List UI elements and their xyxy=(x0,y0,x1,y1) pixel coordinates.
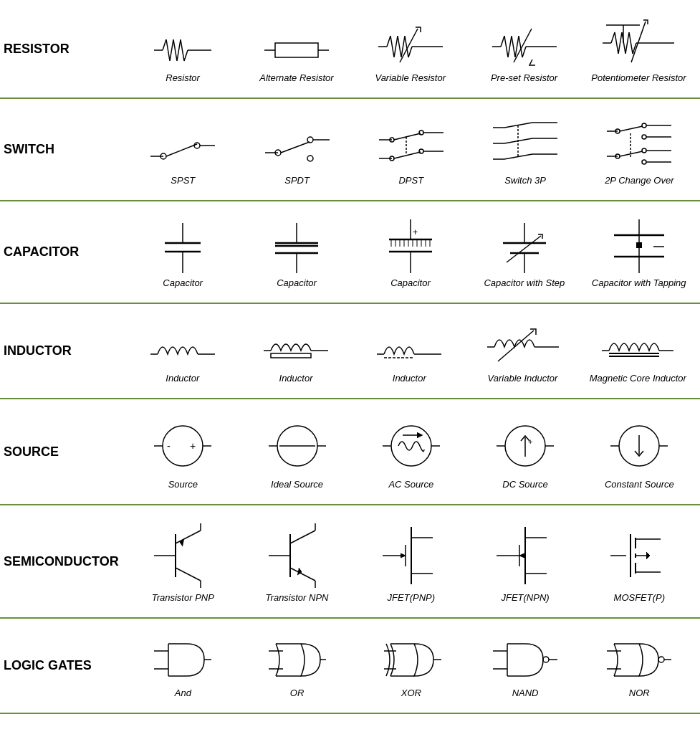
preset-resistor-label: Pre-set Resistor xyxy=(491,72,557,83)
svg-line-57 xyxy=(620,151,643,156)
inductor-air-label: Inductor xyxy=(393,373,426,384)
nor-gate-symbol: NOR xyxy=(593,633,686,702)
resistor-section: RESISTOR Resistor xyxy=(0,0,700,98)
dpst-symbol: DPST xyxy=(365,120,458,189)
nor-gate-label: NOR xyxy=(629,688,650,698)
resistor-category: RESISTOR xyxy=(0,0,123,98)
inductor-section: INDUCTOR Inductor xyxy=(0,303,700,399)
mosfet-p-label: MOSFET(P) xyxy=(614,592,666,603)
dpst-label: DPST xyxy=(398,175,423,186)
capacitor-polar-label: Capacitor xyxy=(390,277,431,288)
semiconductor-section: SEMICONDUCTOR xyxy=(0,505,700,618)
jfet-npn-label: JFET(NPN) xyxy=(501,592,549,603)
svg-line-23 xyxy=(281,142,310,153)
xor-gate-label: XOR xyxy=(401,688,421,698)
svg-rect-3 xyxy=(275,43,318,57)
jfet-npn-symbol: JFET(NPN) xyxy=(479,520,572,607)
svg-line-140 xyxy=(176,568,201,581)
svg-point-58 xyxy=(642,148,646,153)
semiconductor-category: SEMICONDUCTOR xyxy=(0,505,123,618)
capacitor-category: CAPACITOR xyxy=(0,201,123,303)
or-gate-label: OR xyxy=(290,688,305,698)
capacitor-step-label: Capacitor with Step xyxy=(484,277,565,288)
alt-resistor-label: Alternate Resistor xyxy=(259,72,333,83)
svg-line-138 xyxy=(176,531,201,543)
capacitor-tapping-symbol: Capacitor with Tapping xyxy=(592,216,686,292)
and-gate-symbol: And xyxy=(136,633,229,702)
jfet-pnp-symbol: JFET(PNP) xyxy=(365,520,458,607)
mosfet-p-symbol: MOSFET(P) xyxy=(593,520,686,607)
xor-gate-symbol: XOR xyxy=(365,633,458,702)
pot-resistor-label: Potentiometer Resistor xyxy=(591,72,686,83)
dc-source-label: DC Source xyxy=(502,479,548,490)
capacitor-polar-symbol: + Capacitor xyxy=(364,216,457,292)
transistor-pnp-symbol: Transistor PNP xyxy=(136,520,229,607)
transistor-npn-symbol: Transistor NPN xyxy=(251,520,344,607)
svg-line-50 xyxy=(620,126,643,131)
transistor-pnp-label: Transistor PNP xyxy=(152,592,214,603)
svg-point-123 xyxy=(391,426,431,466)
svg-point-193 xyxy=(658,657,664,662)
variable-inductor-label: Variable Inductor xyxy=(488,373,558,384)
constant-source-label: Constant Source xyxy=(605,479,674,490)
inductor-air-symbol: Inductor xyxy=(363,329,456,387)
pot-resistor-symbol: Potentiometer Resistor xyxy=(591,14,686,87)
svg-text:+: + xyxy=(190,440,196,452)
mag-core-inductor-label: Magnetic Core Inductor xyxy=(590,373,686,384)
inductor-basic-symbol: Inductor xyxy=(136,329,229,387)
svg-point-19 xyxy=(194,143,200,148)
capacitor2-label: Capacitor xyxy=(277,277,317,288)
ac-source-symbol: AC Source xyxy=(365,414,458,493)
svg-point-30 xyxy=(419,130,423,135)
ideal-source-label: Ideal Source xyxy=(271,479,323,490)
dc-source-symbol: + DC Source xyxy=(479,414,572,493)
svg-line-34 xyxy=(394,152,421,158)
source-section: SOURCE - + Source xyxy=(0,399,700,505)
svg-line-144 xyxy=(290,568,315,581)
svg-point-51 xyxy=(642,123,646,128)
spst-label: SPST xyxy=(171,175,195,186)
or-gate-symbol: OR xyxy=(251,633,344,702)
svg-text:-: - xyxy=(167,440,171,452)
svg-line-29 xyxy=(394,133,421,140)
capacitor-tapping-label: Capacitor with Tapping xyxy=(592,277,686,288)
capacitor2-symbol: Capacitor xyxy=(250,219,343,292)
resistor-label: Resistor xyxy=(166,72,200,83)
svg-point-35 xyxy=(419,149,423,153)
alt-resistor-symbol: Alternate Resistor xyxy=(250,29,343,87)
inductor-iron-symbol: Inductor xyxy=(249,325,342,387)
svg-text:+: + xyxy=(413,227,418,237)
nand-gate-label: NAND xyxy=(512,688,539,698)
switch3p-symbol: Switch 3P xyxy=(479,113,572,189)
source-label: Source xyxy=(168,479,198,490)
spst-symbol: SPST xyxy=(136,128,229,189)
capacitor-step-symbol: Capacitor with Step xyxy=(478,219,571,292)
2pco-label: 2P Change Over xyxy=(605,175,673,186)
variable-resistor-label: Variable Resistor xyxy=(375,72,446,83)
svg-point-24 xyxy=(307,137,313,143)
source-category: SOURCE xyxy=(0,399,123,505)
svg-point-25 xyxy=(307,156,313,161)
logic-gates-section: LOGIC GATES And xyxy=(0,618,700,713)
2pco-symbol: 2P Change Over xyxy=(593,113,686,189)
svg-line-91 xyxy=(507,236,541,262)
svg-line-146 xyxy=(290,531,315,543)
switch-category: SWITCH xyxy=(0,98,123,201)
preset-resistor-symbol: Pre-set Resistor xyxy=(478,22,571,87)
svg-rect-103 xyxy=(271,353,311,358)
capacitor-basic-label: Capacitor xyxy=(163,277,203,288)
transistor-npn-label: Transistor NPN xyxy=(266,592,329,603)
nand-gate-symbol: NAND xyxy=(479,633,572,702)
spdt-label: SPDT xyxy=(284,175,310,186)
constant-source-symbol: Constant Source xyxy=(593,414,686,493)
svg-line-15 xyxy=(631,22,646,62)
mag-core-inductor-symbol: Magnetic Core Inductor xyxy=(590,325,686,387)
capacitor-section: CAPACITOR Capacitor xyxy=(0,201,700,303)
source-symbol: - + Source xyxy=(136,414,229,493)
spdt-symbol: SPDT xyxy=(251,120,344,189)
logic-gates-category: LOGIC GATES xyxy=(0,618,123,713)
ac-source-label: AC Source xyxy=(388,479,433,490)
inductor-category: INDUCTOR xyxy=(0,303,123,399)
resistor-symbol: Resistor xyxy=(136,29,229,87)
switch3p-label: Switch 3P xyxy=(504,175,546,186)
